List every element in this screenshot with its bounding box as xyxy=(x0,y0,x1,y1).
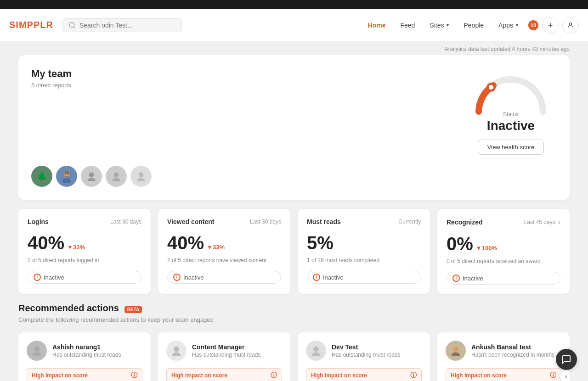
main-content: Analytics data last updated 4 hours 43 m… xyxy=(0,41,588,381)
recommended-title: Recommended actions xyxy=(18,303,119,313)
nav-feed[interactable]: Feed xyxy=(394,18,421,33)
stat-card-recognized: Recognized Last 45 days › 0% ▼100% 0 of … xyxy=(437,209,570,294)
svg-point-11 xyxy=(68,173,69,174)
nav-apps[interactable]: Apps ▾ xyxy=(492,18,525,33)
nav-sites[interactable]: Sites ▾ xyxy=(423,18,455,33)
topbar: SIMPPLR Home Feed Sites ▾ People Apps ▾ … xyxy=(0,9,588,41)
svg-point-17 xyxy=(313,347,319,352)
rec-name-2: Content Manager xyxy=(192,343,260,351)
rec-avatar-4[interactable] xyxy=(446,341,466,361)
svg-line-1 xyxy=(74,27,75,28)
stat-logins-period: Last 30 days xyxy=(110,219,141,225)
analytics-notice: Analytics data last updated 4 hours 43 m… xyxy=(18,41,570,55)
stat-viewed-period: Last 30 days xyxy=(250,219,281,225)
svg-point-16 xyxy=(174,347,179,352)
impact-info-icon-3[interactable]: ⓘ xyxy=(410,371,417,380)
stat-recognized-desc: 0 of 5 direct reports received an award xyxy=(447,258,560,264)
myteam-header: My team 5 direct reports xyxy=(31,68,557,155)
notification-badge[interactable]: 10 xyxy=(528,20,538,30)
sites-chevron-icon: ▾ xyxy=(447,22,449,28)
rec-avatar-2[interactable] xyxy=(166,341,187,361)
logo: SIMPPLR xyxy=(9,20,53,30)
status-dot-icon xyxy=(452,275,460,282)
avatar-row: 🌲 xyxy=(31,166,557,187)
avatar-2[interactable] xyxy=(56,166,77,187)
rec-sub-2: Has outstanding must reads xyxy=(192,352,260,358)
search-bar[interactable] xyxy=(62,18,182,32)
apps-chevron-icon: ▾ xyxy=(516,22,518,28)
svg-point-18 xyxy=(453,347,458,352)
rec-avatar-3[interactable] xyxy=(306,341,326,361)
rec-person-3: Dev Test Has outstanding must reads xyxy=(306,341,422,361)
rec-person-1: Ashish narang1 Has outstanding must read… xyxy=(27,341,142,361)
stat-viewed-status: Inactive xyxy=(167,271,281,284)
stat-mustreads-value: 5% xyxy=(307,233,421,253)
rec-sub-1: Has outstanding must reads xyxy=(52,352,121,358)
search-icon xyxy=(68,22,76,29)
impact-info-icon-4[interactable]: ⓘ xyxy=(550,371,556,380)
stat-card-logins: Logins Last 30 days 40% ▼33% 2 of 5 dire… xyxy=(18,209,151,294)
gauge-status-value: Inactive xyxy=(487,118,535,133)
gauge-container: Status Inactive View health score xyxy=(465,68,557,155)
next-card-button[interactable]: › xyxy=(560,370,570,381)
user-avatar-button[interactable] xyxy=(562,17,579,34)
stat-viewed-change: ▼33% xyxy=(207,244,225,251)
impact-info-icon-1[interactable]: ⓘ xyxy=(131,371,137,380)
svg-point-0 xyxy=(69,22,74,28)
status-dot-icon xyxy=(313,274,320,281)
impact-info-icon-2[interactable]: ⓘ xyxy=(271,371,277,380)
stat-mustreads-title: Must reads xyxy=(307,218,341,225)
svg-point-4 xyxy=(569,22,571,25)
add-button[interactable] xyxy=(542,17,559,34)
rec-name-3: Dev Test xyxy=(332,343,400,351)
rec-sub-3: Has outstanding must reads xyxy=(332,352,400,358)
svg-point-13 xyxy=(114,172,119,177)
stat-card-mustreads: Must reads Currently 5% 1 of 19 must rea… xyxy=(298,209,430,294)
svg-rect-8 xyxy=(62,179,71,184)
search-input[interactable] xyxy=(79,22,176,29)
recommended-section: Recommended actions BETA Complete the fo… xyxy=(18,303,570,381)
stat-viewed-desc: 2 of 5 direct reports have viewed conten… xyxy=(167,257,281,263)
avatar-5[interactable] xyxy=(130,166,152,187)
stats-row: Logins Last 30 days 40% ▼33% 2 of 5 dire… xyxy=(18,209,570,294)
stat-card-viewed: Viewed content Last 30 days 40% ▼33% 2 o… xyxy=(158,209,290,294)
recommended-cards-row: Ashish narang1 Has outstanding must read… xyxy=(18,332,570,381)
stat-logins-value: 40% ▼33% xyxy=(28,233,141,253)
myteam-title: My team xyxy=(31,68,72,80)
stat-recognized-title: Recognized xyxy=(447,219,483,226)
chat-button[interactable] xyxy=(556,349,577,370)
stat-logins-title: Logins xyxy=(28,218,49,225)
stat-mustreads-status: Inactive xyxy=(307,271,421,284)
gauge-svg xyxy=(469,68,552,114)
rec-card-1: Ashish narang1 Has outstanding must read… xyxy=(18,332,151,381)
avatar-3[interactable] xyxy=(81,166,102,187)
nav-home[interactable]: Home xyxy=(362,18,392,33)
nav-people[interactable]: People xyxy=(457,18,490,33)
myteam-subtitle: 5 direct reports xyxy=(31,82,72,89)
rec-card-4: Ankush Bansal test Hasn't been recognize… xyxy=(437,332,570,381)
avatar-1[interactable]: 🌲 xyxy=(31,166,52,187)
stat-mustreads-desc: 1 of 19 must reads completed xyxy=(307,257,421,263)
stat-recognized-period: Last 45 days xyxy=(524,219,555,225)
status-dot-icon xyxy=(173,274,181,281)
nav: Home Feed Sites ▾ People Apps ▾ xyxy=(362,18,525,33)
impact-badge-3: High impact on score ⓘ xyxy=(306,368,422,381)
svg-point-15 xyxy=(34,347,40,352)
svg-point-14 xyxy=(139,172,144,177)
topbar-icons: 10 xyxy=(528,17,579,34)
svg-point-10 xyxy=(65,173,66,174)
impact-badge-1: High impact on score ⓘ xyxy=(27,368,142,381)
rec-avatar-1[interactable] xyxy=(27,341,47,361)
stat-logins-change: ▼33% xyxy=(67,244,85,251)
recommended-subtitle: Complete the following recommended actio… xyxy=(18,316,570,323)
recognized-chevron-icon[interactable]: › xyxy=(558,218,560,226)
myteam-card: My team 5 direct reports xyxy=(18,55,570,200)
stat-logins-desc: 2 of 5 direct reports logged in xyxy=(28,257,141,263)
rec-card-2: Content Manager Has outstanding must rea… xyxy=(158,332,290,381)
rec-name-4: Ankush Bansal test xyxy=(471,343,554,351)
stat-viewed-value: 40% ▼33% xyxy=(167,233,281,253)
avatar-4[interactable] xyxy=(106,166,127,187)
svg-point-12 xyxy=(89,172,94,177)
view-health-score-button[interactable]: View health score xyxy=(478,140,544,155)
stat-recognized-value: 0% ▼100% xyxy=(447,234,560,254)
